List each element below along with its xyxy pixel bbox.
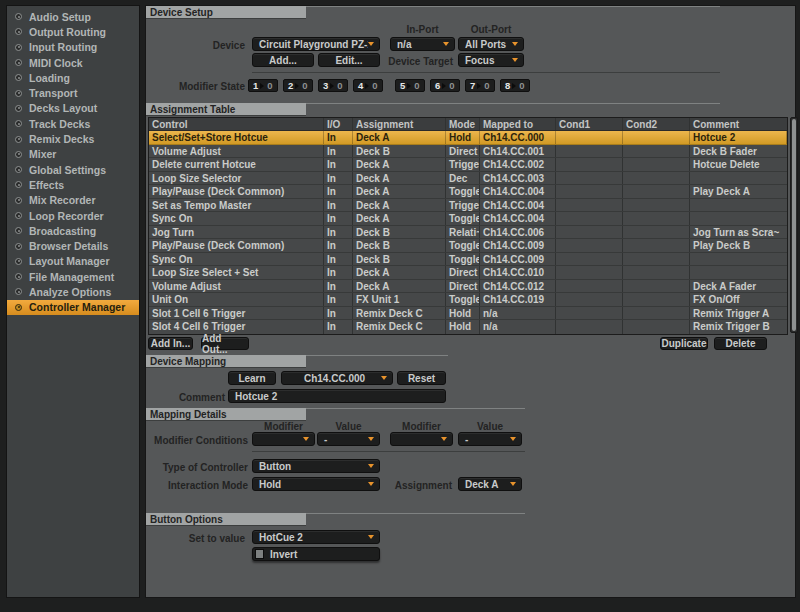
table-row[interactable]: Volume Adjust In Deck A Direct Ch14.CC.0…: [149, 280, 787, 294]
sidebar-item[interactable]: Loading: [7, 70, 139, 85]
chevron-down-icon: [381, 376, 387, 380]
sidebar-item[interactable]: Analyze Options: [7, 284, 139, 299]
sidebar-item[interactable]: Layout Manager: [7, 254, 139, 269]
cell-assignment: Deck A: [353, 172, 446, 185]
cell-assignment: FX Unit 1: [353, 293, 446, 306]
sidebar-item[interactable]: Mixer: [7, 147, 139, 162]
value-column-label-2: Value: [458, 421, 522, 432]
sidebar-item[interactable]: Controller Manager: [7, 300, 139, 315]
table-row[interactable]: Sync On In Deck A Toggle Ch14.CC.004: [149, 212, 787, 226]
sidebar-item[interactable]: Audio Setup: [7, 9, 139, 24]
sidebar-item[interactable]: Global Settings: [7, 162, 139, 177]
comment-input[interactable]: Hotcue 2: [228, 389, 446, 403]
table-row[interactable]: Set as Tempo Master In Deck A Trigger Ch…: [149, 199, 787, 213]
sidebar-item[interactable]: Transport: [7, 85, 139, 100]
modifier1-dropdown[interactable]: [252, 432, 315, 446]
sidebar-item[interactable]: Input Routing: [7, 40, 139, 55]
type-of-controller-dropdown[interactable]: Button: [252, 459, 380, 473]
device-dropdown[interactable]: Circuit Playground PZ-1: [252, 37, 380, 51]
value1-dropdown[interactable]: -: [317, 432, 380, 446]
cell-cond2: [623, 172, 690, 185]
sidebar-item[interactable]: File Management: [7, 269, 139, 284]
set-to-value-dropdown[interactable]: HotCue 2: [252, 530, 380, 544]
add-device-button[interactable]: Add...: [252, 53, 314, 67]
table-row[interactable]: Slot 1 Cell 6 Trigger In Remix Deck C Ho…: [149, 307, 787, 321]
in-port-dropdown[interactable]: n/a: [390, 37, 455, 51]
sidebar-item[interactable]: Track Decks: [7, 116, 139, 131]
chevron-right-icon: [330, 83, 334, 89]
learn-button[interactable]: Learn: [228, 371, 276, 385]
sidebar-item[interactable]: Loop Recorder: [7, 208, 139, 223]
cell-assignment: Deck A: [353, 158, 446, 171]
duplicate-button[interactable]: Duplicate: [660, 337, 708, 350]
table-row[interactable]: Sync On In Deck B Toggle Ch14.CC.009: [149, 253, 787, 267]
cell-mode: Toggle: [446, 293, 480, 306]
cell-cond2: [623, 212, 690, 225]
assignment-dropdown[interactable]: Deck A: [458, 477, 522, 491]
invert-checkbox[interactable]: [255, 549, 264, 559]
table-scrollbar-thumb[interactable]: [792, 119, 796, 331]
interaction-mode-dropdown[interactable]: Hold: [252, 477, 380, 491]
radio-icon: [15, 212, 22, 219]
table-row[interactable]: Play/Pause (Deck Common) In Deck B Toggl…: [149, 239, 787, 253]
table-row[interactable]: Volume Adjust In Deck B Direct Ch14.CC.0…: [149, 145, 787, 159]
device-target-dropdown[interactable]: Focus: [458, 53, 524, 67]
table-row[interactable]: Slot 4 Cell 6 Trigger In Remix Deck C Ho…: [149, 320, 787, 334]
sidebar-item-label: Mix Recorder: [29, 194, 96, 206]
radio-icon: [15, 151, 22, 158]
table-row[interactable]: Delete current Hotcue In Deck A Trigger …: [149, 158, 787, 172]
modifier-number: 1: [249, 80, 258, 91]
sidebar-item[interactable]: Effects: [7, 177, 139, 192]
table-row[interactable]: Unit On In FX Unit 1 Toggle Ch14.CC.019 …: [149, 293, 787, 307]
cell-cond1: [556, 239, 623, 252]
cell-control: Loop Size Select + Set: [149, 266, 324, 279]
sidebar-item[interactable]: Decks Layout: [7, 101, 139, 116]
col-header-assignment: Assignment: [353, 118, 446, 130]
value2-dropdown[interactable]: -: [458, 432, 522, 446]
cell-io: In: [324, 266, 353, 279]
col-header-control: Control: [149, 118, 324, 130]
chevron-down-icon: [368, 482, 374, 486]
cell-cond2: [623, 158, 690, 171]
modifier-value: 0: [302, 80, 307, 91]
modifier-column-label-1: Modifier: [252, 421, 315, 432]
cell-cond2: [623, 185, 690, 198]
table-row[interactable]: Loop Size Selector In Deck A Dec Ch14.CC…: [149, 172, 787, 186]
sidebar-item[interactable]: Broadcasting: [7, 223, 139, 238]
value-column-label-1: Value: [317, 421, 380, 432]
mapped-message-dropdown[interactable]: Ch14.CC.000: [281, 371, 393, 385]
cell-cond2: [623, 253, 690, 266]
table-row[interactable]: Jog Turn In Deck B Relati~ Ch14.CC.006 J…: [149, 226, 787, 240]
table-row[interactable]: Select/Set+Store Hotcue In Deck A Hold C…: [149, 131, 787, 145]
table-row[interactable]: Play/Pause (Deck Common) In Deck A Toggl…: [149, 185, 787, 199]
chevron-right-icon: [260, 83, 264, 89]
cell-control: Volume Adjust: [149, 145, 324, 158]
sidebar-item[interactable]: Output Routing: [7, 24, 139, 39]
cell-control: Loop Size Selector: [149, 172, 324, 185]
modifier2-dropdown[interactable]: [390, 432, 453, 446]
sidebar-item[interactable]: Remix Decks: [7, 131, 139, 146]
add-in-button[interactable]: Add In...: [148, 337, 193, 350]
reset-button[interactable]: Reset: [397, 371, 446, 385]
cell-mapped-to: Ch14.CC.010: [480, 266, 556, 279]
radio-icon: [15, 273, 22, 280]
delete-button[interactable]: Delete: [714, 337, 767, 350]
add-out-button[interactable]: Add Out...: [201, 337, 249, 350]
table-scrollbar[interactable]: [790, 117, 798, 333]
cell-io: In: [324, 253, 353, 266]
cell-control: Volume Adjust: [149, 280, 324, 293]
modifier-number: 2: [284, 80, 293, 91]
sidebar-item[interactable]: Mix Recorder: [7, 193, 139, 208]
cell-mode: Hold: [446, 307, 480, 320]
modifier-number: 4: [354, 80, 363, 91]
col-header-io: I/O: [324, 118, 353, 130]
out-port-dropdown[interactable]: All Ports: [458, 37, 524, 51]
table-row[interactable]: Loop Size Select + Set In Deck A Direct …: [149, 266, 787, 280]
radio-icon: [15, 227, 22, 234]
cell-mode: Toggle: [446, 185, 480, 198]
cell-cond1: [556, 320, 623, 334]
sidebar-item[interactable]: Browser Details: [7, 238, 139, 253]
sidebar-item[interactable]: MIDI Clock: [7, 55, 139, 70]
cell-cond1: [556, 199, 623, 212]
cell-assignment: Remix Deck C: [353, 320, 446, 334]
